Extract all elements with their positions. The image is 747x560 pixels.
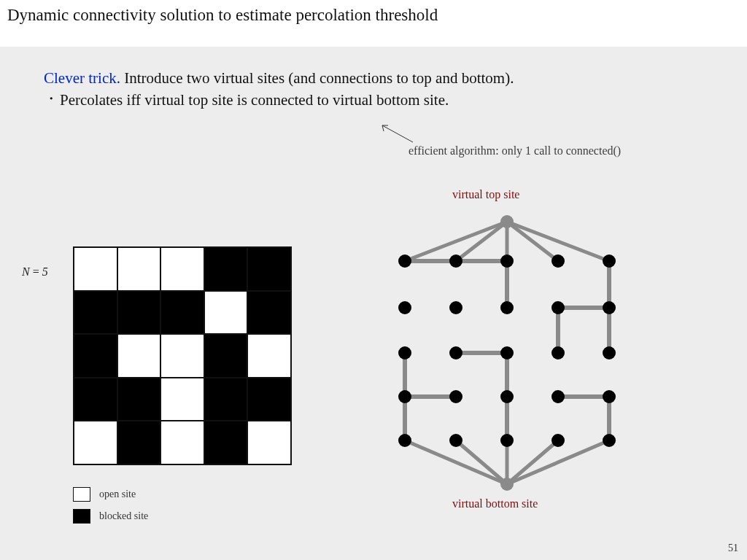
svg-point-52 [500, 478, 514, 491]
grid-size-label: N = 5 [22, 265, 48, 279]
svg-point-33 [500, 301, 514, 314]
grid-cell [247, 291, 291, 335]
svg-point-41 [398, 390, 411, 403]
svg-point-37 [449, 346, 462, 359]
svg-point-31 [398, 301, 411, 314]
svg-line-2 [456, 222, 507, 261]
svg-point-50 [603, 434, 616, 447]
svg-point-28 [500, 254, 514, 268]
grid-cell [117, 334, 161, 378]
svg-point-36 [398, 346, 411, 359]
svg-point-39 [551, 346, 565, 359]
bullet-dot-icon: ・ [44, 89, 60, 108]
svg-point-38 [500, 346, 514, 359]
svg-point-27 [449, 254, 462, 268]
grid-cell [160, 291, 204, 335]
legend-open-row: open site [73, 487, 148, 502]
grid-cell [204, 421, 248, 464]
bullet-row-1: ・ Percolates iff virtual top site is con… [44, 89, 514, 111]
svg-point-34 [551, 301, 565, 314]
grid-cell [117, 378, 161, 421]
annotation-text: efficient algorithm: only 1 call to conn… [409, 144, 621, 158]
grid-cell [247, 247, 291, 291]
grid-cell [74, 334, 117, 378]
grid-cell [74, 291, 117, 335]
grid-cell [204, 247, 248, 291]
grid-cell [74, 421, 117, 464]
grid-cell [247, 378, 291, 421]
grid-cell [117, 291, 161, 335]
n-eq: = [30, 265, 42, 278]
grid-cell [204, 334, 248, 378]
svg-line-4 [507, 222, 558, 261]
trick-sentence: Introduce two virtual sites (and connect… [124, 69, 514, 87]
svg-point-40 [603, 346, 616, 359]
annotation-arrow-icon [380, 124, 414, 143]
legend-open-label: open site [99, 489, 136, 500]
n-var: N [22, 265, 30, 278]
slide-title: Dynamic connectivity solution to estimat… [7, 6, 438, 24]
grid-cell [74, 378, 117, 421]
virtual-bottom-label: virtual bottom site [452, 497, 538, 510]
grid-cell [117, 247, 161, 291]
legend: open site blocked site [73, 487, 148, 531]
grid-cell [204, 378, 248, 421]
grid-cell [160, 421, 204, 464]
svg-line-9 [507, 440, 558, 484]
svg-point-44 [551, 390, 565, 403]
legend-blocked-row: blocked site [73, 509, 148, 524]
body-text: Clever trick. Introduce two virtual site… [44, 67, 514, 112]
slide-title-bar: Dynamic connectivity solution to estimat… [0, 0, 747, 47]
trick-line: Clever trick. Introduce two virtual site… [44, 67, 514, 89]
percolation-grid [73, 246, 292, 465]
grid-cell [160, 334, 204, 378]
svg-point-47 [449, 434, 462, 447]
grid-cell [160, 247, 204, 291]
virtual-top-label: virtual top site [452, 188, 519, 201]
svg-point-45 [603, 390, 616, 403]
svg-point-29 [551, 254, 565, 268]
grid-cell [160, 378, 204, 421]
grid-cell [74, 247, 117, 291]
n-val: 5 [42, 265, 48, 278]
open-swatch-icon [73, 487, 90, 502]
svg-point-30 [603, 254, 616, 268]
grid-cell [204, 291, 248, 335]
blocked-swatch-icon [73, 509, 90, 524]
percolation-graph [379, 210, 635, 494]
svg-line-7 [456, 440, 507, 484]
svg-point-32 [449, 301, 462, 314]
legend-blocked-label: blocked site [99, 510, 148, 522]
grid-cell [247, 334, 291, 378]
grid-cell [117, 421, 161, 464]
svg-point-51 [500, 215, 514, 228]
bullet-text-1: Percolates iff virtual top site is conne… [60, 89, 449, 111]
page-number: 51 [728, 542, 738, 554]
svg-point-42 [449, 390, 462, 403]
svg-point-49 [551, 434, 565, 447]
svg-point-46 [398, 434, 411, 447]
trick-label: Clever trick. [44, 69, 120, 87]
svg-point-35 [603, 301, 616, 314]
grid-cell [247, 421, 291, 464]
svg-point-48 [500, 434, 514, 447]
svg-point-26 [398, 254, 411, 268]
svg-point-43 [500, 390, 514, 403]
svg-line-0 [382, 125, 413, 142]
